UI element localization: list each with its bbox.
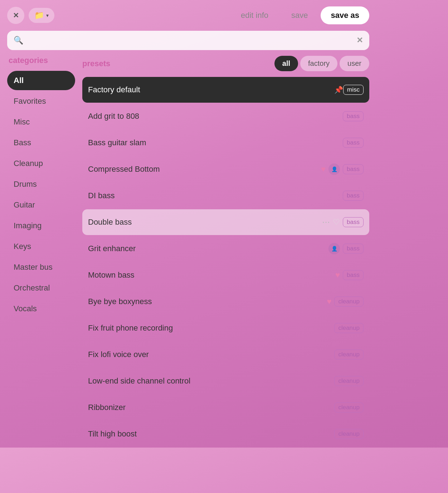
save-as-button[interactable]: save as (321, 6, 369, 24)
heart-icon[interactable]: ♥ (321, 165, 326, 174)
sidebar-item-bass[interactable]: Bass (7, 133, 75, 152)
preset-item-fix-fruit-phone[interactable]: Fix fruit phone recordingcleanup (82, 315, 369, 341)
preset-item-double-bass[interactable]: Double bass⋯♡bass (82, 209, 369, 235)
preset-name-bass-guitar-slam: Bass guitar slam (88, 138, 343, 147)
presets-header: presets allfactoryuser (82, 56, 369, 71)
filter-buttons: allfactoryuser (274, 56, 369, 71)
pin-icon: 📌 (334, 86, 343, 94)
preset-item-low-end-side[interactable]: Low-end side channel controlcleanup (82, 368, 369, 394)
preset-name-compressed-bottom: Compressed Bottom (88, 165, 321, 174)
search-clear-button[interactable]: ✕ (356, 36, 363, 45)
preset-icons-add-grit: bass (343, 111, 364, 121)
filter-btn-all[interactable]: all (274, 56, 298, 71)
preset-icons-ribbonizer: cleanup (334, 402, 364, 413)
search-icon: 🔍 (14, 36, 23, 45)
preset-name-low-end-side: Low-end side channel control (88, 376, 334, 386)
preset-item-bass-guitar-slam[interactable]: Bass guitar slambass (82, 130, 369, 156)
filter-btn-factory[interactable]: factory (300, 56, 337, 71)
preset-name-ribbonizer: Ribbonizer (88, 403, 334, 412)
user-icon: 👤 (328, 243, 340, 254)
top-bar: ✕ 📁 ▾ edit info save save as (0, 0, 376, 31)
edit-info-button[interactable]: edit info (231, 6, 278, 24)
preset-tag-bye-bye-boxyness: cleanup (334, 297, 364, 307)
preset-name-fix-fruit-phone: Fix fruit phone recording (88, 323, 334, 333)
close-button[interactable]: ✕ (7, 7, 24, 24)
sidebar-item-orchestral[interactable]: Orchestral (7, 278, 75, 298)
preset-tag-motown-bass: bass (343, 270, 364, 280)
more-icon[interactable]: ⋯ (322, 218, 330, 227)
preset-icons-bye-bye-boxyness: ♥cleanup (327, 297, 364, 307)
preset-name-add-grit: Add grit to 808 (88, 112, 343, 121)
preset-tag-add-grit: bass (343, 111, 364, 121)
filter-btn-user[interactable]: user (340, 56, 369, 71)
sidebar-item-cleanup[interactable]: Cleanup (7, 154, 75, 173)
preset-item-motown-bass[interactable]: Motown bass♥bass (82, 262, 369, 288)
preset-tag-fix-fruit-phone: cleanup (334, 323, 364, 333)
presets-list: Factory default📌miscAdd grit to 808bassB… (82, 77, 369, 447)
preset-icons-motown-bass: ♥bass (335, 270, 364, 280)
save-button[interactable]: save (281, 6, 318, 24)
preset-tag-ribbonizer: cleanup (334, 402, 364, 413)
preset-icons-low-end-side: cleanup (334, 376, 364, 386)
sidebar-item-all[interactable]: All (7, 71, 75, 90)
user-icon: 👤 (328, 163, 340, 175)
preset-tag-low-end-side: cleanup (334, 376, 364, 386)
heart-icon[interactable]: ♥ (335, 270, 340, 280)
close-icon: ✕ (13, 11, 19, 20)
preset-icons-fix-lofi-voice: cleanup (334, 350, 364, 360)
preset-tag-compressed-bottom: bass (343, 164, 364, 174)
preset-item-grit-enhancer[interactable]: Grit enhancer👤bass (82, 236, 369, 262)
preset-tag-dl-bass: bass (343, 191, 364, 201)
preset-name-fix-lofi-voice: Fix lofi voice over (88, 350, 334, 359)
preset-item-fix-lofi-voice[interactable]: Fix lofi voice overcleanup (82, 342, 369, 367)
search-bar: 🔍 ✕ (7, 31, 369, 50)
preset-name-grit-enhancer: Grit enhancer (88, 244, 328, 253)
preset-item-ribbonizer[interactable]: Ribbonizercleanup (82, 395, 369, 420)
search-input[interactable] (27, 36, 353, 45)
sidebar-item-favorites[interactable]: Favorites (7, 92, 75, 111)
preset-icons-double-bass: ⋯♡bass (322, 217, 364, 227)
preset-icons-tilt-high-boost: cleanup (334, 429, 364, 439)
preset-icons-factory-default: misc (343, 85, 364, 95)
preset-item-compressed-bottom[interactable]: Compressed Bottom♥👤bass (82, 156, 369, 182)
preset-tag-factory-default: misc (343, 85, 364, 95)
preset-tag-double-bass: bass (343, 217, 364, 227)
preset-tag-bass-guitar-slam: bass (343, 138, 364, 148)
preset-icons-grit-enhancer: 👤bass (328, 243, 364, 254)
sidebar-item-misc[interactable]: Misc (7, 112, 75, 132)
preset-name-motown-bass: Motown bass (88, 270, 335, 280)
sidebar-item-keys[interactable]: Keys (7, 237, 75, 256)
preset-icons-compressed-bottom: ♥👤bass (321, 163, 364, 175)
sidebar-item-master-bus[interactable]: Master bus (7, 258, 75, 277)
presets-title: presets (82, 59, 274, 68)
categories-title: categories (7, 56, 75, 65)
presets-panel: presets allfactoryuser Factory default📌m… (82, 56, 369, 448)
preset-tag-fix-lofi-voice: cleanup (334, 350, 364, 360)
preset-item-tilt-high-boost[interactable]: Tilt high boostcleanup (82, 421, 369, 447)
preset-icons-bass-guitar-slam: bass (343, 138, 364, 148)
preset-name-bye-bye-boxyness: Bye bye boxyness (88, 297, 327, 306)
sidebar-item-imaging[interactable]: Imaging (7, 216, 75, 235)
heart-icon[interactable]: ♡ (333, 218, 340, 227)
sidebar-item-vocals[interactable]: Vocals (7, 299, 75, 318)
preset-item-dl-bass[interactable]: DI bassbass (82, 183, 369, 209)
chevron-down-icon: ▾ (46, 13, 49, 18)
heart-icon[interactable]: ♥ (327, 297, 331, 306)
preset-tag-grit-enhancer: bass (343, 244, 364, 254)
preset-icons-dl-bass: bass (343, 191, 364, 201)
sidebar-item-guitar[interactable]: Guitar (7, 195, 75, 215)
preset-item-bye-bye-boxyness[interactable]: Bye bye boxyness♥cleanup (82, 289, 369, 314)
preset-name-dl-bass: DI bass (88, 191, 343, 200)
preset-item-add-grit[interactable]: Add grit to 808bass (82, 103, 369, 129)
folder-icon: 📁 (34, 11, 44, 20)
sidebar-item-drums[interactable]: Drums (7, 175, 75, 194)
preset-icons-fix-fruit-phone: cleanup (334, 323, 364, 333)
preset-tag-tilt-high-boost: cleanup (334, 429, 364, 439)
preset-item-factory-default[interactable]: Factory default📌misc (82, 77, 369, 103)
preset-name-factory-default: Factory default (88, 85, 331, 94)
main-content: categories AllFavoritesMiscBassCleanupDr… (0, 56, 376, 448)
folder-button[interactable]: 📁 ▾ (29, 8, 54, 23)
categories-list: AllFavoritesMiscBassCleanupDrumsGuitarIm… (7, 71, 75, 318)
categories-panel: categories AllFavoritesMiscBassCleanupDr… (7, 56, 75, 448)
preset-name-tilt-high-boost: Tilt high boost (88, 429, 334, 439)
